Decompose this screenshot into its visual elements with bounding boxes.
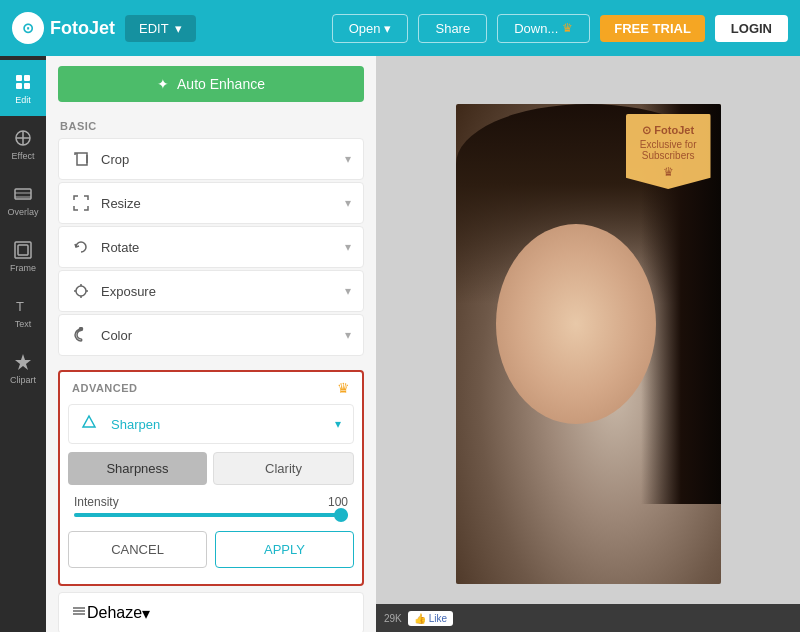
count-badge: 29K [384, 613, 402, 624]
clipart-icon [13, 352, 33, 372]
sidebar-edit-label: Edit [15, 95, 31, 105]
login-button[interactable]: LOGIN [715, 15, 788, 42]
basic-section-label: BASIC [46, 112, 376, 136]
sharpen-label: Sharpen [111, 417, 335, 432]
share-label: Share [435, 21, 470, 36]
chevron-down-icon: ▾ [335, 417, 341, 431]
sparkle-icon: ✦ [157, 76, 169, 92]
intensity-value: 100 [328, 495, 348, 509]
edit-dropdown[interactable]: EDIT ▾ [125, 15, 196, 42]
crown-icon: ♛ [337, 380, 350, 396]
watermark-crown: ♛ [640, 165, 697, 179]
tool-row-crop[interactable]: Crop ▾ [58, 138, 364, 180]
resize-icon [71, 193, 91, 213]
cancel-label: CANCEL [111, 542, 164, 557]
tool-row-dehaze[interactable]: Dehaze ▾ [58, 592, 364, 632]
advanced-label: ADVANCED [72, 382, 331, 394]
color-label: Color [101, 328, 345, 343]
frame-icon [13, 240, 33, 260]
sidebar-item-clipart[interactable]: Clipart [0, 340, 46, 396]
dehaze-icon [71, 603, 87, 623]
main-layout: Edit Effect Overlay Frame [0, 56, 800, 632]
rotate-icon [71, 237, 91, 257]
clarity-tab-label: Clarity [265, 461, 302, 476]
sidebar-effect-label: Effect [12, 151, 35, 161]
sharpness-tab-label: Sharpness [106, 461, 168, 476]
like-label: Like [429, 613, 447, 624]
exposure-icon [71, 281, 91, 301]
sidebar-item-text[interactable]: T Text [0, 284, 46, 340]
rotate-label: Rotate [101, 240, 345, 255]
slider-thumb[interactable] [334, 508, 348, 522]
watermark-line1: Exclusive for [640, 139, 697, 150]
chevron-down-icon: ▾ [345, 284, 351, 298]
fotojet-logo-icon: ⊙ [12, 12, 44, 44]
sidebar-frame-label: Frame [10, 263, 36, 273]
clarity-tab[interactable]: Clarity [213, 452, 354, 485]
sidebar-text-label: Text [15, 319, 32, 329]
tool-row-color[interactable]: Color ▾ [58, 314, 364, 356]
sharpness-tab[interactable]: Sharpness [68, 452, 207, 485]
chevron-down-icon: ▾ [142, 604, 150, 623]
sharpen-icon [81, 414, 101, 434]
overlay-icon [13, 184, 33, 204]
sidebar-clipart-label: Clipart [10, 375, 36, 385]
crop-label: Crop [101, 152, 345, 167]
svg-rect-1 [24, 75, 30, 81]
svg-point-16 [80, 328, 83, 331]
sidebar-overlay-label: Overlay [7, 207, 38, 217]
chevron-down-icon: ▾ [345, 152, 351, 166]
action-row: CANCEL APPLY [60, 525, 362, 576]
auto-enhance-button[interactable]: ✦ Auto Enhance [58, 66, 364, 102]
free-trial-label: FREE TRIAL [614, 21, 691, 36]
dehaze-label: Dehaze [87, 604, 142, 622]
edit-icon [13, 72, 33, 92]
auto-enhance-label: Auto Enhance [177, 76, 265, 92]
logo-area: ⊙ FotoJet [12, 12, 115, 44]
effect-icon [13, 128, 33, 148]
watermark: ⊙ FotoJet Exclusive for Subscribers ♛ [626, 114, 711, 189]
header: ⊙ FotoJet EDIT ▾ Open ▾ Share Down... ♛ … [0, 0, 800, 56]
open-button[interactable]: Open ▾ [332, 14, 409, 43]
crown-icon: ♛ [562, 21, 573, 35]
text-icon: T [13, 296, 33, 316]
login-label: LOGIN [731, 21, 772, 36]
sidebar-item-frame[interactable]: Frame [0, 228, 46, 284]
svg-text:T: T [16, 299, 24, 314]
photo-container: ⊙ FotoJet Exclusive for Subscribers ♛ [456, 104, 721, 584]
bottom-bar: 29K 👍 Like [376, 604, 800, 632]
download-button[interactable]: Down... ♛ [497, 14, 590, 43]
svg-rect-3 [24, 83, 30, 89]
open-label: Open [349, 21, 381, 36]
svg-point-11 [76, 286, 86, 296]
tool-row-resize[interactable]: Resize ▾ [58, 182, 364, 224]
chevron-down-icon: ▾ [345, 328, 351, 342]
sidebar-item-overlay[interactable]: Overlay [0, 172, 46, 228]
facebook-like-button[interactable]: 👍 Like [408, 611, 453, 626]
share-button[interactable]: Share [418, 14, 487, 43]
sidebar-item-effect[interactable]: Effect [0, 116, 46, 172]
sidebar-item-edit[interactable]: Edit [0, 60, 46, 116]
svg-rect-0 [16, 75, 22, 81]
chevron-down-icon: ▾ [384, 21, 391, 36]
apply-label: APPLY [264, 542, 305, 557]
download-label: Down... [514, 21, 558, 36]
exposure-label: Exposure [101, 284, 345, 299]
watermark-line2: Subscribers [640, 150, 697, 161]
tab-row: Sharpness Clarity [68, 452, 354, 485]
intensity-label: Intensity [74, 495, 328, 509]
edit-label: EDIT [139, 21, 169, 36]
svg-rect-2 [16, 83, 22, 89]
icon-sidebar: Edit Effect Overlay Frame [0, 56, 46, 632]
tool-row-exposure[interactable]: Exposure ▾ [58, 270, 364, 312]
tool-row-rotate[interactable]: Rotate ▾ [58, 226, 364, 268]
apply-button[interactable]: APPLY [215, 531, 354, 568]
intensity-row: Intensity 100 [60, 489, 362, 511]
sharpen-row[interactable]: Sharpen ▾ [68, 404, 354, 444]
cancel-button[interactable]: CANCEL [68, 531, 207, 568]
advanced-header: ADVANCED ♛ [60, 372, 362, 404]
svg-marker-17 [83, 416, 95, 427]
free-trial-button[interactable]: FREE TRIAL [600, 15, 705, 42]
chevron-down-icon: ▾ [345, 196, 351, 210]
thumbs-up-icon: 👍 [414, 613, 426, 624]
